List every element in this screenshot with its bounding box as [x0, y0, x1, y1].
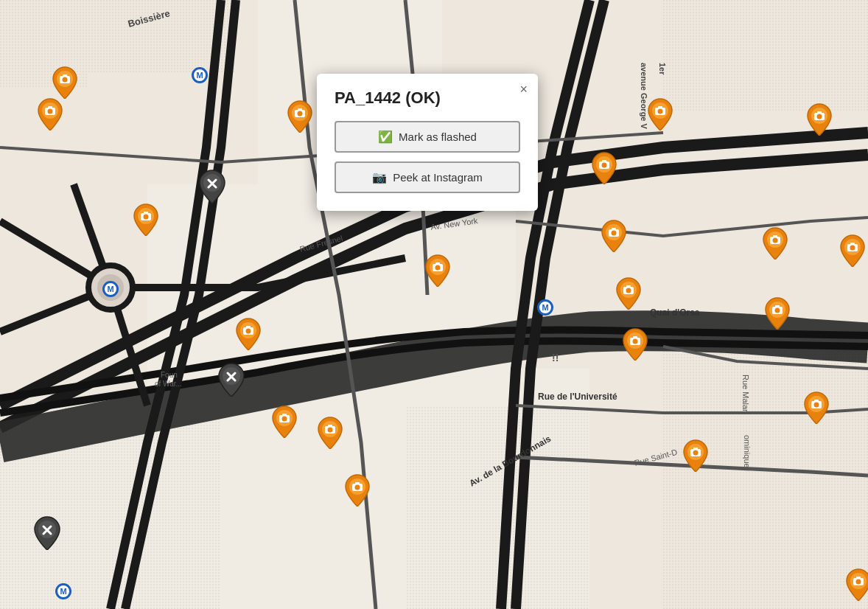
camera-pin[interactable] — [424, 254, 451, 287]
peek-at-instagram-label: Peek at Instagram — [393, 171, 483, 184]
instagram-icon: 📷 — [372, 170, 387, 184]
camera-pin[interactable] — [845, 568, 868, 601]
camera-pin[interactable] — [615, 277, 642, 310]
metro-station: M — [537, 299, 553, 316]
svg-text:!!: !! — [552, 352, 559, 363]
svg-text:of War...: of War... — [155, 380, 182, 388]
dark-pin[interactable] — [198, 170, 226, 203]
camera-pin[interactable] — [591, 152, 617, 184]
flash-icon: ✅ — [378, 130, 393, 144]
camera-pin[interactable] — [839, 234, 866, 267]
popup-title: PA_1442 (OK) — [335, 88, 520, 108]
svg-text:Quai d'Orsa: Quai d'Orsa — [650, 307, 700, 318]
camera-pin[interactable] — [271, 406, 298, 438]
camera-pin[interactable] — [287, 100, 313, 133]
dark-pin[interactable] — [217, 363, 245, 397]
svg-text:1er: 1er — [658, 63, 667, 75]
svg-text:ominique: ominique — [743, 435, 752, 468]
camera-pin[interactable] — [762, 227, 788, 260]
camera-pin[interactable] — [622, 328, 648, 361]
camera-pin[interactable] — [235, 318, 262, 350]
camera-pin[interactable] — [37, 98, 63, 130]
camera-pin[interactable] — [806, 103, 833, 136]
svg-rect-12 — [405, 406, 589, 609]
camera-pin[interactable] — [803, 392, 830, 424]
camera-pin[interactable] — [52, 66, 78, 99]
mark-as-flashed-label: Mark as flashed — [399, 130, 477, 143]
metro-station: M — [55, 583, 71, 599]
camera-pin[interactable] — [647, 98, 673, 130]
svg-rect-9 — [663, 0, 868, 111]
map-container: Boissière avenue George V 1er Rue Fresne… — [0, 0, 868, 609]
location-popup: PA_1442 (OK) × ✅ Mark as flashed 📷 Peek … — [317, 74, 538, 211]
mark-as-flashed-button[interactable]: ✅ Mark as flashed — [335, 121, 520, 153]
close-button[interactable]: × — [519, 83, 528, 96]
camera-pin[interactable] — [344, 474, 371, 507]
svg-text:Foun: Foun — [161, 371, 178, 379]
camera-pin[interactable] — [601, 220, 627, 252]
metro-station: M — [192, 67, 208, 83]
svg-text:Rue de l'Université: Rue de l'Université — [538, 392, 617, 402]
camera-pin[interactable] — [317, 417, 343, 449]
camera-pin[interactable] — [764, 297, 791, 330]
metro-station: M — [102, 281, 119, 297]
camera-pin[interactable] — [682, 439, 709, 472]
dark-pin[interactable] — [33, 516, 61, 550]
peek-at-instagram-button[interactable]: 📷 Peek at Instagram — [335, 161, 520, 193]
camera-pin[interactable] — [133, 203, 159, 236]
svg-text:Rue Malar: Rue Malar — [741, 375, 750, 412]
